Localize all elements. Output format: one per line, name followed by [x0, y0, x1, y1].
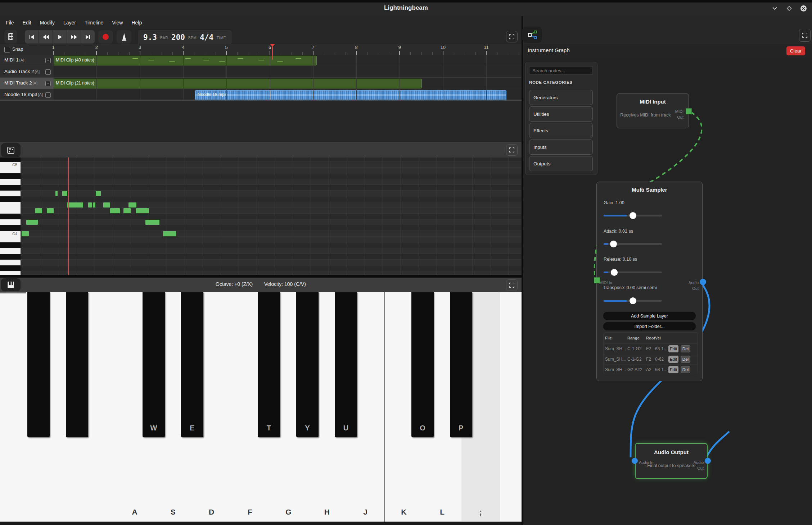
piano-roll-white-key[interactable]	[0, 208, 21, 214]
menu-help[interactable]: Help	[127, 16, 146, 29]
category-utilities[interactable]: Utilities	[529, 106, 593, 122]
midi-input-node[interactable]: MIDI Input Receives MIDI from track MIDI…	[617, 93, 689, 128]
track-checkbox[interactable]: -	[45, 92, 51, 98]
track-lane[interactable]: MIDI Clip (21 notes)	[54, 78, 522, 89]
edit-button[interactable]: Edit	[668, 366, 678, 373]
piano-roll-white-key[interactable]	[0, 202, 21, 208]
piano-roll-white-key[interactable]: C5	[0, 162, 21, 168]
piano-roll-white-key[interactable]	[0, 237, 21, 243]
black-key-T[interactable]: T	[258, 292, 280, 437]
track-checkbox[interactable]: -	[45, 81, 51, 86]
white-key[interactable]	[500, 292, 522, 522]
menu-view[interactable]: View	[108, 16, 127, 29]
audio-clip[interactable]: Noodle 18.mp3	[195, 90, 506, 100]
add-sample-layer-button[interactable]: Add Sample Layer	[603, 312, 696, 320]
midi-note-F4[interactable]	[103, 202, 110, 207]
midi-clip[interactable]: MIDI Clip (40 notes)	[53, 56, 317, 65]
piano-roll-black-key[interactable]	[0, 196, 21, 202]
midi-note-F4[interactable]	[128, 202, 136, 207]
midi-note-F4[interactable]	[67, 202, 83, 207]
track-name-cell[interactable]: MIDI Track 2[A]-	[0, 78, 54, 89]
midi-note-E4[interactable]	[35, 208, 42, 213]
timeline-ruler[interactable]: Snap 1234567891011	[0, 44, 522, 55]
midi-note-G4[interactable]	[55, 191, 58, 196]
black-key-W[interactable]: W	[143, 292, 165, 437]
metronome-button[interactable]	[117, 30, 131, 44]
time-display[interactable]: 9.3 BAR 200 BPM 4/4 TIME	[137, 29, 232, 45]
clear-button[interactable]: Clear	[786, 46, 805, 55]
midi-note-C4[interactable]	[163, 231, 176, 236]
midi-clip[interactable]: MIDI Clip (21 notes)	[53, 79, 422, 88]
category-outputs[interactable]: Outputs	[529, 156, 593, 171]
piano-roll-white-key[interactable]	[0, 271, 21, 275]
audio-in-port[interactable]	[632, 458, 638, 464]
piano-roll-black-key[interactable]	[0, 225, 21, 231]
gain-slider[interactable]	[604, 212, 662, 219]
black-key[interactable]	[66, 292, 88, 437]
midi-note-E4[interactable]	[123, 208, 131, 213]
del-button[interactable]: Del	[681, 356, 690, 363]
attack-slider[interactable]	[604, 241, 662, 247]
piano-roll-black-key[interactable]	[0, 173, 21, 179]
audio-out-port[interactable]	[705, 458, 711, 464]
piano-roll-white-key[interactable]	[0, 260, 21, 266]
menu-modify[interactable]: Modify	[36, 16, 59, 29]
piano-roll-white-key[interactable]: C4	[0, 231, 21, 237]
fast-forward-button[interactable]	[67, 30, 81, 44]
play-button[interactable]	[53, 30, 67, 44]
midi-in-port[interactable]	[594, 277, 600, 283]
rewind-button[interactable]	[39, 30, 53, 44]
virtual-keyboard[interactable]: ASDFGHJKL;WETYUOP	[0, 292, 522, 525]
piano-roll[interactable]: C5C4	[0, 158, 522, 275]
keyboard-expand-icon[interactable]	[506, 279, 518, 291]
film-strip-button[interactable]	[4, 30, 17, 44]
release-slider[interactable]	[604, 269, 662, 276]
track-checkbox[interactable]: -	[45, 58, 51, 63]
track-name-cell[interactable]: Noodle 18.mp3[A]-	[0, 89, 54, 101]
piano-roll-grid[interactable]	[21, 158, 522, 275]
keyboard-scrollbar[interactable]	[0, 292, 26, 293]
instrument-graph-tab-button[interactable]	[522, 27, 542, 43]
black-key-E[interactable]: E	[181, 292, 203, 437]
black-key-P[interactable]: P	[450, 292, 472, 437]
timeline-expand-icon[interactable]	[506, 31, 518, 42]
audio-output-node[interactable]: Audio Output Audio In Final output to sp…	[635, 443, 708, 479]
skip-to-start-button[interactable]	[25, 30, 39, 44]
track-name-cell[interactable]: Audio Track 2[A]-	[0, 66, 54, 78]
black-key-Y[interactable]: Y	[296, 292, 319, 437]
transpose-slider[interactable]	[604, 297, 662, 304]
track-lane[interactable]: MIDI Clip (40 notes)	[54, 55, 522, 66]
audio-out-port[interactable]	[700, 279, 706, 285]
piano-roll-layout-button[interactable]	[1, 143, 21, 157]
record-button[interactable]	[98, 30, 113, 44]
piano-roll-black-key[interactable]	[0, 185, 21, 191]
graph-expand-icon[interactable]	[799, 29, 811, 42]
piano-roll-black-key[interactable]	[0, 242, 21, 248]
midi-note-F4[interactable]	[88, 202, 92, 207]
close-icon[interactable]	[798, 3, 809, 14]
midi-note-C4[interactable]	[22, 231, 29, 236]
piano-roll-white-key[interactable]	[0, 179, 21, 185]
minimize-chevron-icon[interactable]	[769, 3, 780, 14]
piano-roll-expand-icon[interactable]	[506, 144, 518, 156]
menu-timeline[interactable]: Timeline	[80, 16, 108, 29]
track-lane[interactable]	[54, 66, 522, 78]
midi-note-G4[interactable]	[62, 191, 67, 196]
piano-roll-white-key[interactable]	[0, 219, 21, 225]
piano-roll-black-key[interactable]	[0, 214, 21, 220]
del-button[interactable]: Del	[681, 366, 690, 373]
piano-roll-white-key[interactable]	[0, 168, 21, 174]
midi-note-E4[interactable]	[110, 208, 120, 213]
midi-note-D4[interactable]	[26, 220, 38, 225]
piano-roll-black-key[interactable]	[0, 265, 21, 271]
track-checkbox[interactable]: -	[45, 69, 51, 75]
track-name-cell[interactable]: MIDI 1[A]-	[0, 55, 54, 66]
edit-button[interactable]: Edit	[668, 356, 678, 363]
category-generators[interactable]: Generators	[529, 90, 593, 105]
menu-edit[interactable]: Edit	[18, 16, 36, 29]
multi-sampler-node[interactable]: Multi Sampler Gain: 1.00 Attack: 0.01 ss…	[596, 182, 703, 381]
midi-note-F4[interactable]	[93, 202, 95, 207]
black-key[interactable]	[27, 292, 50, 437]
midi-note-E4[interactable]	[136, 208, 149, 213]
track-lane[interactable]: Noodle 18.mp3	[54, 89, 522, 101]
